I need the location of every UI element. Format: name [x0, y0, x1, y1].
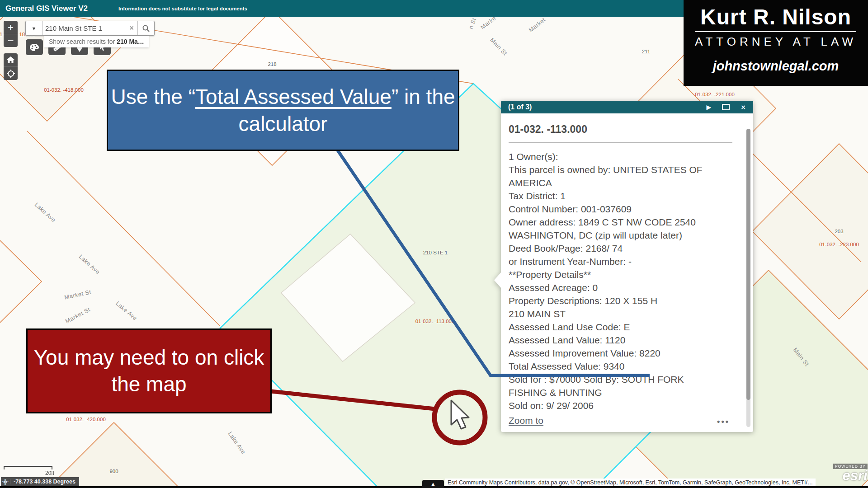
zoom-out-button[interactable]: −	[4, 34, 18, 47]
scale-bar: 20ft	[4, 466, 54, 476]
parcel-label: 01-032. -418.000	[44, 87, 84, 93]
locate-button[interactable]	[4, 67, 18, 80]
search-button[interactable]	[137, 21, 154, 35]
zoom-in-button[interactable]: +	[4, 21, 18, 34]
plus-icon: +	[8, 22, 14, 33]
detail-line: Total Assessed Value: 9340	[509, 360, 732, 373]
parcel-label: 218	[268, 61, 276, 67]
parcel-details: 1 Owner(s):This parcel is owned by: UNIT…	[509, 150, 732, 412]
search-widget: ▼ ×	[25, 21, 155, 36]
website-url: johnstownlegal.com	[684, 59, 868, 74]
popup-divider	[509, 142, 732, 143]
parcel-label: 01-032. -223.000	[819, 242, 859, 247]
red-callout-text: You may need to on click the map	[28, 344, 270, 398]
detail-line: Assessed Land Value: 1120	[509, 333, 732, 347]
parcel-label: 01-032. -221.000	[695, 92, 735, 97]
popup-scrollbar[interactable]	[746, 129, 750, 427]
annotation-red-callout: You may need to on click the map	[26, 328, 272, 413]
detail-line: **Property Details**	[509, 268, 732, 281]
feature-popup: (1 of 3) ▶ × 01-032. -113.000 1 Owner(s)…	[501, 101, 753, 432]
suggestion-prefix: Show search results for	[49, 38, 117, 45]
attorney-name: Kurt R. Nilson	[684, 5, 868, 29]
home-extent-button[interactable]	[4, 53, 18, 67]
scale-bar-label: 20ft	[45, 470, 54, 476]
branding-block: Kurt R. Nilson ATTORNEY AT LAW johnstown…	[684, 0, 868, 86]
close-icon[interactable]: ×	[741, 104, 746, 110]
x-glyph: ×	[129, 23, 134, 33]
detail-line: Assessed Land Use Code: E	[509, 320, 732, 333]
detail-line: or Instrument Year-Number: -	[509, 255, 732, 268]
chevron-up-icon: ▲	[432, 482, 435, 486]
scale-bar-line	[4, 466, 52, 469]
detail-line: AMERICA	[509, 176, 732, 189]
logo-rule	[695, 31, 856, 32]
detail-line: 1 Owner(s):	[509, 150, 732, 163]
detail-line: Assessed Acreage: 0	[509, 281, 732, 294]
popup-body: 01-032. -113.000 1 Owner(s):This parcel …	[501, 113, 753, 432]
annotation-blue-callout: Use the “Total Assessed Value” in the ca…	[107, 70, 459, 151]
parcel-label: 01-032. -420.000	[66, 417, 106, 422]
map-attribution: Esri Community Maps Contributors, data.p…	[445, 479, 816, 486]
more-options-icon[interactable]: •••	[717, 417, 730, 427]
detail-line: Owner address: 1849 C ST NW CODE 2540	[509, 216, 732, 229]
zoom-to-link[interactable]: Zoom to	[509, 415, 543, 426]
esri-wordmark: esri	[833, 469, 868, 483]
blue-callout-text: Use the “	[111, 85, 195, 108]
detail-line: 210 MAIN ST	[509, 307, 732, 320]
detail-line: Property Descriptions: 120 X 155 H	[509, 294, 732, 307]
search-source-dropdown[interactable]: ▼	[26, 21, 42, 35]
detail-line: Assessed Improvement Value: 8220	[509, 347, 732, 360]
chevron-down-icon: ▼	[32, 26, 37, 31]
detail-line: Sold for : $70000 Sold By: SOUTH FORK	[509, 373, 732, 386]
esri-logo: POWERED BY esri	[833, 464, 868, 483]
popup-header: (1 of 3) ▶ ×	[501, 101, 753, 113]
search-input[interactable]	[42, 21, 126, 35]
parcel-label: 210 STE 1	[423, 250, 448, 255]
parcel-label: 900	[109, 469, 118, 474]
detail-line: Sold on: 9/ 29/ 2006	[509, 399, 732, 412]
crosshair-icon[interactable]: ·╬·	[1, 479, 10, 484]
home-icon	[7, 56, 14, 63]
disclaimer-text: Information does not substitute for lega…	[118, 6, 247, 11]
detail-line: Control Number: 001-037609	[509, 202, 732, 216]
app-title: General GIS Viewer V2	[5, 4, 88, 13]
search-icon	[142, 25, 150, 32]
suggestion-term: 210 Ma…	[117, 38, 144, 45]
attribution-text: Esri Community Maps Contributors, data.p…	[448, 479, 813, 486]
popup-scrollbar-thumb[interactable]	[746, 129, 750, 400]
popup-pager: (1 of 3)	[508, 103, 532, 111]
next-feature-icon[interactable]: ▶	[706, 103, 711, 111]
detail-line: FISHING & HUNTING	[509, 386, 732, 399]
popup-anchor-beak	[494, 272, 501, 288]
clear-search-icon[interactable]: ×	[126, 21, 137, 35]
locate-icon	[7, 70, 15, 78]
parcel-label: 211	[642, 49, 650, 54]
basemap-style-button[interactable]	[26, 39, 43, 55]
minus-icon: −	[7, 34, 14, 47]
detail-line: WASHINGTON, DC (zip will update later)	[509, 229, 732, 242]
palette-icon	[29, 43, 39, 52]
detail-line: Deed Book/Page: 2168/ 74	[509, 242, 732, 255]
coordinates-widget: ·╬· -78.773 40.338 Degrees	[1, 477, 79, 486]
attribution-expand-button[interactable]: ▲	[422, 480, 444, 488]
parcel-label: 01-032. -113.000	[415, 319, 455, 324]
blue-callout-underlined: Total Assessed Value	[195, 85, 392, 108]
search-suggestion[interactable]: Show search results for 210 Ma…	[44, 36, 149, 47]
attorney-tagline: ATTORNEY AT LAW	[684, 35, 868, 49]
parcel-title: 01-032. -113.000	[509, 123, 732, 136]
parcel-label: 203	[835, 229, 843, 234]
detail-line: This parcel is owned by: UNITED STATES O…	[509, 163, 732, 176]
coordinates-value: -78.773 40.338 Degrees	[14, 479, 75, 485]
maximize-icon[interactable]	[722, 104, 730, 110]
detail-line: Tax District: 1	[509, 189, 732, 202]
